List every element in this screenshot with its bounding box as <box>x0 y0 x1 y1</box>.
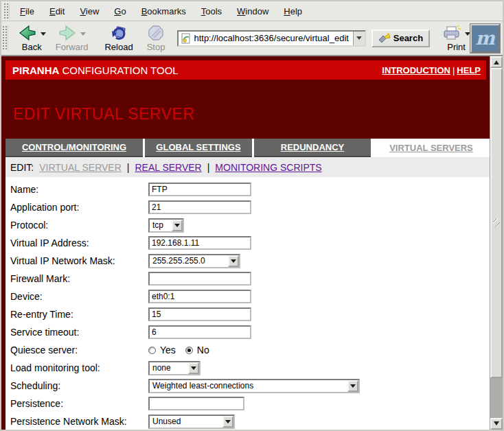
form-row: Load monitoring tool: none <box>10 359 490 377</box>
print-dropdown[interactable] <box>465 32 470 38</box>
form-row: Virtual IP Address: <box>10 234 490 252</box>
form-row: Virtual IP Network Mask: 255.255.255.0 <box>10 252 490 270</box>
device-input[interactable] <box>148 290 251 303</box>
stop-icon <box>148 25 164 41</box>
search-button[interactable]: Search <box>371 30 430 47</box>
back-label: Back <box>22 42 42 52</box>
scrollbar-thumb[interactable] <box>490 68 503 378</box>
menu-bookmarks[interactable]: Bookmarks <box>134 3 194 19</box>
form-row: Firewall Mark: <box>10 270 490 288</box>
search-flashlight-icon <box>378 33 391 44</box>
quiesce-yes-radio[interactable] <box>148 347 156 354</box>
reload-button[interactable]: Reload <box>102 23 135 54</box>
toolbar-grippy[interactable] <box>2 25 8 51</box>
quiesce-no-label: No <box>197 345 209 356</box>
tab-global-settings[interactable]: GLOBAL SETTINGS <box>145 139 252 157</box>
stop-button[interactable]: Stop <box>144 23 168 54</box>
load-monitoring-select[interactable]: none <box>148 361 201 375</box>
chevron-down-icon <box>356 36 362 43</box>
name-input[interactable] <box>148 183 251 196</box>
forward-label: Forward <box>56 42 89 52</box>
subnav-real-server-link[interactable]: REAL SERVER <box>135 162 201 173</box>
mozilla-m-icon: m <box>475 29 495 47</box>
chevron-down-icon <box>172 220 183 231</box>
forward-icon <box>58 25 77 41</box>
menu-view[interactable]: View <box>72 3 106 19</box>
piranha-page: PIRANHA CONFIGURATION TOOL INTRODUCTION|… <box>1 56 490 430</box>
form-row: Quiesce server: Yes No <box>10 341 490 359</box>
chevron-down-icon <box>222 416 233 428</box>
navigation-toolbar: Back Forward Reload <box>1 21 503 56</box>
virtual-ip-netmask-select[interactable]: 255.255.255.0 <box>148 254 240 268</box>
banner-links: INTRODUCTION|HELP <box>382 65 481 75</box>
scroll-down-button[interactable] <box>490 418 503 430</box>
search-label: Search <box>393 33 423 43</box>
tab-redundancy[interactable]: REDUNDANCY <box>254 139 371 157</box>
forward-button[interactable]: Forward <box>53 23 91 54</box>
virtual-ip-address-input[interactable] <box>148 236 251 250</box>
url-input[interactable]: http://localhost:3636/secure/virtual_edi… <box>192 33 352 43</box>
subnav-virtual-server-link[interactable]: VIRTUAL SERVER <box>39 162 122 173</box>
persistence-netmask-select[interactable]: Unused <box>148 415 235 429</box>
persistence-input[interactable] <box>148 397 244 410</box>
form-row: Protocol: tcp <box>10 216 490 234</box>
back-icon <box>18 25 37 41</box>
back-history-dropdown[interactable] <box>41 32 46 38</box>
subnav-monitoring-scripts-link[interactable]: MONITORING SCRIPTS <box>215 162 321 173</box>
print-label: Print <box>447 42 466 52</box>
reentry-time-input[interactable] <box>148 307 251 321</box>
chevron-down-icon <box>347 380 358 392</box>
firewall-mark-input[interactable] <box>148 272 251 286</box>
url-history-dropdown[interactable] <box>353 32 365 45</box>
subnav-prefix: EDIT: <box>10 162 34 173</box>
scroll-up-button[interactable] <box>490 56 503 68</box>
virtual-server-form: Name: Application port: Protocol: tcp <box>5 177 490 430</box>
reload-label: Reload <box>104 42 133 52</box>
tab-control-monitoring[interactable]: CONTROL/MONITORING <box>5 139 143 157</box>
introduction-link[interactable]: INTRODUCTION <box>382 65 450 75</box>
tab-bar: CONTROL/MONITORING GLOBAL SETTINGS REDUN… <box>5 139 490 157</box>
chevron-down-icon <box>228 255 239 267</box>
content-viewport: PIRANHA CONFIGURATION TOOL INTRODUCTION|… <box>1 56 503 430</box>
form-row: Device: <box>10 288 490 305</box>
service-timeout-input[interactable] <box>148 325 251 339</box>
quiesce-server-radio-group: Yes No <box>148 345 215 356</box>
scheduling-select[interactable]: Weighted least-connections <box>148 379 360 393</box>
form-row: Application port: <box>10 198 490 216</box>
form-row: Name: <box>10 180 490 198</box>
url-bar[interactable]: http://localhost:3636/secure/virtual_edi… <box>177 30 365 47</box>
back-button[interactable]: Back <box>15 23 49 54</box>
toolbar-grippy[interactable] <box>3 3 10 19</box>
menu-window[interactable]: Window <box>229 3 276 19</box>
scrollbar-track[interactable] <box>490 378 503 418</box>
browser-window: File Edit View Go Bookmarks Tools Window… <box>0 0 504 431</box>
vertical-scrollbar[interactable] <box>490 56 503 430</box>
tab-virtual-servers[interactable]: VIRTUAL SERVERS <box>373 139 490 157</box>
form-row: Persistence: <box>10 395 490 412</box>
content-panel: CONTROL/MONITORING GLOBAL SETTINGS REDUN… <box>5 139 490 430</box>
menu-file[interactable]: File <box>12 3 42 19</box>
forward-history-dropdown[interactable] <box>80 32 86 38</box>
piranha-brand: PIRANHA CONFIGURATION TOOL <box>12 65 179 76</box>
menu-go[interactable]: Go <box>106 3 133 19</box>
menu-tools[interactable]: Tools <box>194 3 229 19</box>
mozilla-logo[interactable]: m <box>470 24 500 53</box>
print-icon <box>442 25 461 40</box>
arrow-down-icon <box>494 421 499 428</box>
protocol-select[interactable]: tcp <box>148 218 184 233</box>
arrow-up-icon <box>494 58 499 65</box>
application-port-input[interactable] <box>148 200 251 214</box>
form-row: Scheduling: Weighted least-connections <box>10 377 490 395</box>
page-proxy-icon <box>181 33 192 44</box>
form-row: Re-entry Time: <box>10 305 490 323</box>
menu-help[interactable]: Help <box>276 3 310 19</box>
menu-edit[interactable]: Edit <box>42 3 72 19</box>
quiesce-yes-label: Yes <box>160 345 176 356</box>
print-button[interactable]: Print <box>442 24 470 52</box>
chevron-down-icon <box>188 362 199 374</box>
quiesce-no-radio[interactable] <box>185 347 193 354</box>
form-row: Persistence Network Mask: Unused <box>10 412 490 430</box>
help-link[interactable]: HELP <box>457 65 481 75</box>
reload-icon <box>110 25 128 41</box>
page-title: EDIT VIRTUAL SERVER <box>13 105 490 124</box>
